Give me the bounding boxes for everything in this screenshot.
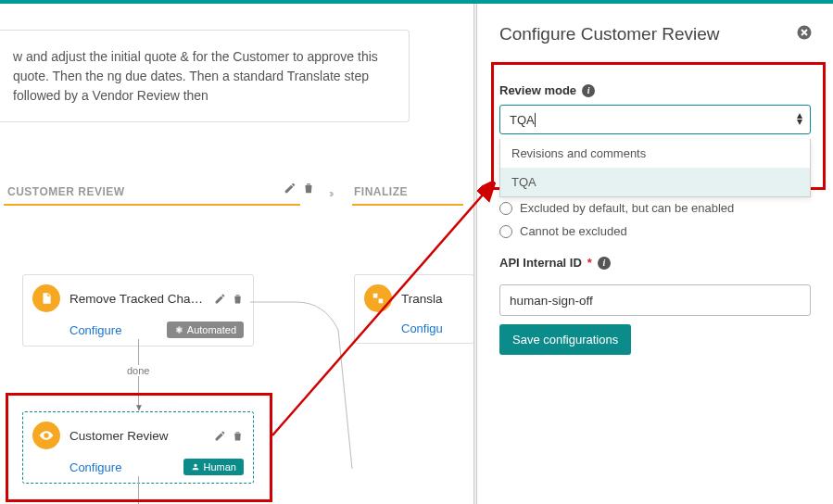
svg-point-1 [45,435,48,437]
phase-label-finalize: FINALIZE [354,185,408,198]
review-mode-dropdown: Revisions and comments TQA [499,139,811,197]
panel-title: Configure Customer Review [499,24,811,44]
delete-step-icon[interactable] [232,293,244,305]
step-card-translate[interactable]: Transla Configu [354,274,474,344]
info-icon[interactable]: i [598,257,611,270]
connector-label: done [124,365,152,376]
configure-link[interactable]: Configure [69,323,121,337]
configure-link[interactable]: Configu [401,321,443,335]
workflow-canvas: w and adjust the initial quote & for the… [0,4,473,504]
translate-icon [364,284,392,312]
info-icon[interactable]: i [582,84,595,97]
review-mode-label: Review mode i [499,83,811,97]
human-badge: Human [183,459,244,475]
api-internal-id-label: API Internal ID * i [499,256,811,270]
automated-badge: Automated [167,321,244,338]
edit-step-icon[interactable] [214,293,226,305]
edit-phase-icon[interactable] [284,182,297,195]
delete-step-icon[interactable] [232,430,244,442]
configure-link[interactable]: Configure [69,460,121,474]
step-title: Remove Tracked Chang... [69,292,205,306]
close-icon[interactable] [796,24,813,44]
api-internal-id-input[interactable] [499,284,811,316]
chevron-separator-icon: ›› [329,186,332,200]
radio-excluded-default[interactable]: Excluded by default, but can be enabled [499,201,811,215]
step-card-remove-tracked-changes[interactable]: Remove Tracked Chang... Configure Automa… [22,274,254,346]
step-title: Customer Review [69,429,205,443]
eye-icon [32,422,60,449]
chevron-updown-icon: ▴▾ [797,112,802,125]
save-configurations-button[interactable]: Save configurations [499,324,631,355]
step-title: Transla [401,292,464,306]
review-mode-select[interactable]: TQA ▴▾ [499,105,811,134]
edit-step-icon[interactable] [214,430,226,442]
dropdown-option-tqa[interactable]: TQA [500,168,810,196]
workflow-description: w and adjust the initial quote & for the… [0,30,410,122]
delete-phase-icon[interactable] [302,182,315,195]
document-icon [32,284,60,312]
dropdown-option-revisions[interactable]: Revisions and comments [500,139,810,168]
step-card-customer-review[interactable]: Customer Review Configure Human [22,411,254,484]
radio-cannot-exclude[interactable]: Cannot be excluded [499,224,811,238]
configure-panel: Configure Customer Review Review mode i … [476,4,833,504]
